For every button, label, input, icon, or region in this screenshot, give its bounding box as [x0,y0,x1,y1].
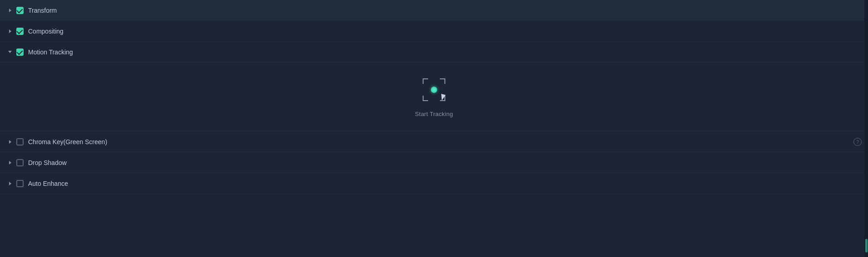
compositing-chevron-icon [6,28,14,35]
scrollbar[interactable] [864,0,868,257]
chroma-key-chevron-icon [6,138,14,145]
chroma-key-label: Chroma Key(Green Screen) [28,138,850,145]
drop-shadow-label: Drop Shadow [28,159,862,166]
auto-enhance-checkbox[interactable] [16,180,24,187]
motion-tracking-checkbox[interactable] [16,48,24,56]
transform-checkbox[interactable] [16,7,24,14]
start-tracking-label: Start Tracking [415,111,453,117]
effects-panel: Transform Compositing Motion Tracking [0,0,868,257]
chroma-key-section[interactable]: Chroma Key(Green Screen) ? [0,131,868,152]
chroma-key-help-icon[interactable]: ? [853,138,862,146]
drop-shadow-checkbox[interactable] [16,159,24,166]
compositing-label: Compositing [28,28,862,35]
drop-shadow-chevron-icon [6,159,14,166]
bracket-tr-icon [440,78,445,84]
auto-enhance-section[interactable]: Auto Enhance [0,173,868,194]
motion-tracking-section[interactable]: Motion Tracking [0,42,868,63]
motion-tracking-content: Start Tracking [0,63,868,131]
chroma-key-checkbox[interactable] [16,138,24,145]
auto-enhance-label: Auto Enhance [28,180,862,187]
tracking-icon [420,76,448,103]
transform-label: Transform [28,7,862,14]
bracket-tl-icon [423,78,428,84]
drop-shadow-section[interactable]: Drop Shadow [0,152,868,173]
transform-chevron-icon [6,7,14,14]
bracket-bl-icon [423,96,428,101]
compositing-section[interactable]: Compositing [0,21,868,42]
auto-enhance-chevron-icon [6,180,14,187]
tracking-cursor-icon [440,94,447,101]
scrollbar-thumb[interactable] [865,239,868,252]
motion-tracking-chevron-icon [6,48,14,56]
motion-tracking-label: Motion Tracking [28,48,862,56]
tracking-dot-icon [431,87,437,93]
start-tracking-button[interactable]: Start Tracking [415,76,453,117]
compositing-checkbox[interactable] [16,28,24,35]
transform-section[interactable]: Transform [0,0,868,21]
